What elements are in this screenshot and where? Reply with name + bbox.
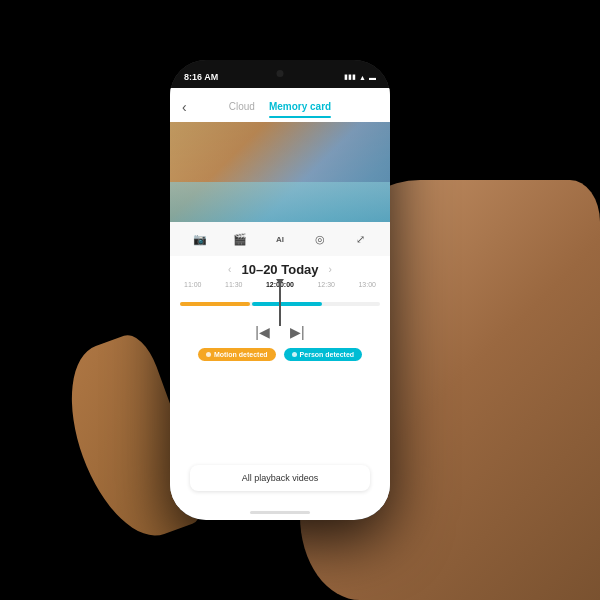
- status-bar: 8:16 AM ▮▮▮ ▲ ▬: [170, 60, 390, 88]
- tab-underline: [269, 116, 331, 118]
- date-prev-button[interactable]: ‹: [228, 264, 231, 275]
- timeline-bar[interactable]: [180, 290, 380, 318]
- motion-segment: [180, 302, 250, 306]
- tab-cloud-label: Cloud: [229, 101, 255, 112]
- person-segment: [252, 302, 322, 306]
- video-icon[interactable]: 🎬: [229, 228, 251, 250]
- expand-icon[interactable]: ⤢: [349, 228, 371, 250]
- screenshot-icon[interactable]: 📷: [189, 228, 211, 250]
- motion-badge[interactable]: Motion detected: [198, 348, 276, 361]
- skip-next-button[interactable]: ▶|: [290, 324, 305, 340]
- person-badge[interactable]: Person detected: [284, 348, 362, 361]
- person-badge-label: Person detected: [300, 351, 354, 358]
- time-1100: 11:00: [184, 281, 202, 288]
- camera-feed: [170, 122, 390, 222]
- phone-shell: 8:16 AM ▮▮▮ ▲ ▬ ‹ Cloud Memory card: [170, 60, 390, 520]
- timeline-section: ‹ 10–20 Today › 11:00 11:30 12:00:00 12:…: [170, 256, 390, 507]
- tab-memory-label: Memory card: [269, 101, 331, 112]
- spacer: [180, 369, 380, 465]
- date-nav: ‹ 10–20 Today ›: [180, 262, 380, 277]
- timeline-cursor[interactable]: [279, 282, 281, 326]
- time-1130: 11:30: [225, 281, 243, 288]
- nav-tabs: Cloud Memory card: [229, 96, 331, 118]
- skip-prev-button[interactable]: |◀: [255, 324, 270, 340]
- ai-icon[interactable]: AI: [269, 228, 291, 250]
- date-next-button[interactable]: ›: [329, 264, 332, 275]
- wifi-icon: ▲: [359, 74, 366, 81]
- back-button[interactable]: ‹: [182, 99, 187, 115]
- all-playback-button[interactable]: All playback videos: [190, 465, 370, 491]
- nav-bar: ‹ Cloud Memory card: [170, 88, 390, 122]
- status-time: 8:16 AM: [184, 72, 218, 82]
- rotate-icon[interactable]: ◎: [309, 228, 331, 250]
- motion-badge-label: Motion detected: [214, 351, 268, 358]
- screen: ‹ Cloud Memory card 📷: [170, 88, 390, 520]
- battery-icon: ▬: [369, 74, 376, 81]
- person-badge-dot: [292, 352, 297, 357]
- signal-icon: ▮▮▮: [344, 73, 356, 81]
- time-1230: 12:30: [317, 281, 335, 288]
- date-label: 10–20 Today: [241, 262, 318, 277]
- time-1300: 13:00: [358, 281, 376, 288]
- camera-dot: [277, 70, 284, 77]
- toolbar: 📷 🎬 AI ◎ ⤢: [170, 222, 390, 256]
- motion-badge-dot: [206, 352, 211, 357]
- status-icons: ▮▮▮ ▲ ▬: [344, 73, 376, 81]
- pool-reflection: [170, 182, 390, 222]
- tab-cloud[interactable]: Cloud: [229, 96, 255, 118]
- tab-memory-card[interactable]: Memory card: [269, 96, 331, 118]
- home-indicator: [250, 511, 310, 514]
- detection-badges: Motion detected Person detected: [180, 348, 380, 361]
- playback-controls: |◀ ▶|: [180, 324, 380, 340]
- scene: 8:16 AM ▮▮▮ ▲ ▬ ‹ Cloud Memory card: [0, 0, 600, 600]
